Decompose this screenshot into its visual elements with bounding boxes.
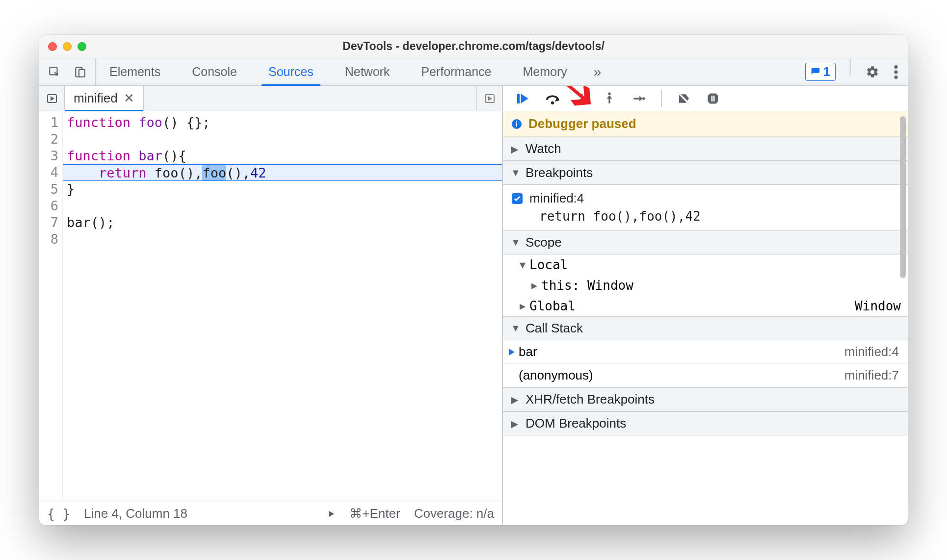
pause-on-exceptions-button[interactable]	[706, 92, 720, 105]
svg-point-4	[894, 70, 898, 74]
svg-marker-9	[489, 97, 491, 100]
file-tab-name: minified	[74, 91, 118, 106]
info-icon: i	[512, 119, 522, 129]
scope-this[interactable]: ▶this: Window	[503, 275, 908, 296]
file-tab-bar: minified ✕	[39, 86, 502, 111]
tab-sources[interactable]: Sources	[263, 58, 318, 85]
callstack-frame-bar[interactable]: bar minified:4	[503, 340, 908, 364]
svg-point-5	[894, 76, 898, 79]
svg-point-3	[894, 65, 898, 69]
navigator-toggle-icon[interactable]	[39, 86, 65, 111]
device-toolbar-icon[interactable]	[74, 66, 86, 78]
scrollbar[interactable]	[900, 111, 906, 525]
deactivate-breakpoints-button[interactable]	[677, 91, 691, 106]
debugger-paused-banner: i Debugger paused	[503, 111, 908, 137]
editor-code[interactable]: function foo() {}; function bar(){ retur…	[63, 111, 502, 502]
file-tab-minified[interactable]: minified ✕	[65, 86, 144, 111]
section-xhr-breakpoints[interactable]: ▶XHR/fetch Breakpoints	[503, 387, 908, 411]
svg-rect-11	[517, 94, 520, 103]
kebab-menu-icon[interactable]	[894, 65, 898, 79]
run-icon[interactable]	[327, 509, 336, 518]
scope-local[interactable]: ▼Local	[503, 255, 908, 275]
svg-marker-17	[607, 95, 612, 99]
titlebar: DevTools - developer.chrome.com/tags/dev…	[39, 35, 908, 58]
scope-global[interactable]: ▶GlobalWindow	[503, 296, 908, 316]
run-shortcut: ⌘+Enter	[349, 506, 400, 521]
section-scope[interactable]: ▼Scope	[503, 230, 908, 255]
settings-icon[interactable]	[866, 65, 879, 79]
section-callstack[interactable]: ▼Call Stack	[503, 316, 908, 340]
breakpoint-code: return foo(),foo(),42	[512, 209, 899, 224]
debugger-paused-label: Debugger paused	[528, 116, 636, 131]
coverage-label: Coverage: n/a	[414, 506, 494, 521]
svg-point-14	[551, 101, 554, 104]
close-tab-icon[interactable]: ✕	[124, 91, 134, 106]
editor-gutter: 12345678	[39, 111, 63, 502]
step-button[interactable]	[631, 92, 646, 105]
tab-console[interactable]: Console	[187, 58, 242, 85]
code-editor[interactable]: 12345678 function foo() {}; function bar…	[39, 111, 502, 502]
section-watch[interactable]: ▶Watch	[503, 137, 908, 161]
tab-performance[interactable]: Performance	[416, 58, 496, 85]
tab-elements[interactable]: Elements	[105, 58, 165, 85]
breakpoint-checkbox[interactable]	[512, 193, 523, 204]
status-bar: { } Line 4, Column 18 ⌘+Enter Coverage: …	[39, 502, 502, 525]
svg-rect-22	[713, 96, 715, 102]
breakpoint-item[interactable]: minified:4 return foo(),foo(),42	[503, 185, 908, 230]
svg-marker-7	[51, 97, 53, 100]
window-title: DevTools - developer.chrome.com/tags/dev…	[39, 40, 908, 53]
breakpoint-label: minified:4	[529, 191, 584, 206]
tab-network[interactable]: Network	[340, 58, 395, 85]
svg-rect-2	[79, 69, 85, 76]
top-toolbar: Elements Console Sources Network Perform…	[39, 58, 908, 86]
svg-point-18	[608, 92, 610, 95]
section-breakpoints[interactable]: ▼Breakpoints	[503, 161, 908, 185]
section-dom-breakpoints[interactable]: ▶DOM Breakpoints	[503, 411, 908, 435]
svg-marker-12	[521, 94, 528, 103]
debugger-controls	[503, 86, 908, 111]
issues-count: 1	[823, 64, 830, 79]
run-snippet-icon[interactable]	[476, 86, 502, 111]
tab-memory[interactable]: Memory	[518, 58, 572, 85]
svg-rect-21	[711, 96, 713, 102]
more-tabs-icon[interactable]: »	[594, 64, 602, 80]
inspect-element-icon[interactable]	[48, 66, 61, 78]
step-out-button[interactable]	[603, 91, 616, 106]
svg-marker-10	[329, 511, 335, 517]
callstack-frame-anonymous[interactable]: (anonymous) minified:7	[503, 364, 908, 387]
cursor-position: Line 4, Column 18	[84, 506, 187, 521]
issues-badge[interactable]: 1	[805, 63, 836, 81]
svg-point-20	[642, 97, 645, 100]
resume-button[interactable]	[515, 91, 529, 106]
svg-marker-19	[639, 96, 643, 101]
pretty-print-icon[interactable]: { }	[47, 507, 70, 521]
